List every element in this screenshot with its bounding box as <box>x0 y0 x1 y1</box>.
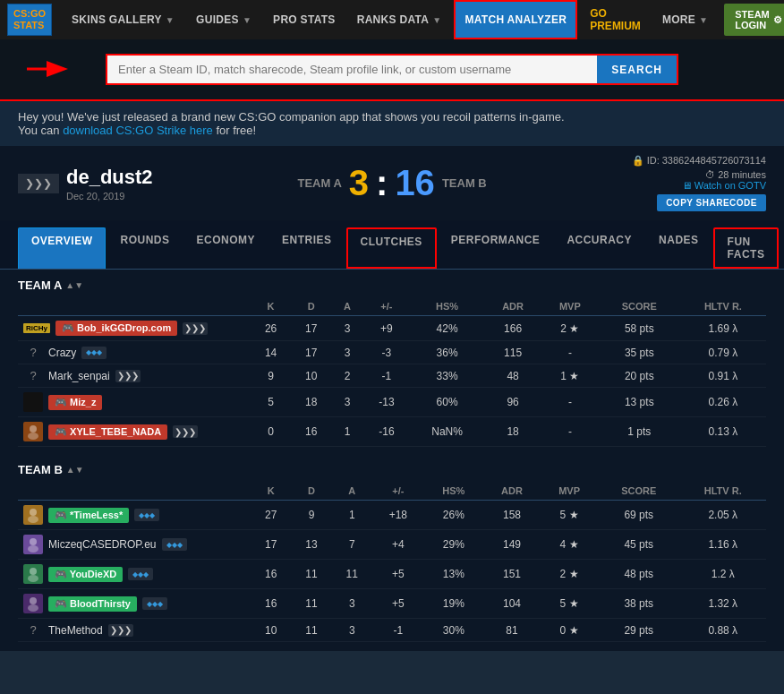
nav-skins-gallery[interactable]: SKINS GALLERY ▼ <box>63 0 183 39</box>
score-b: 16 <box>395 163 435 203</box>
nav-go-premium[interactable]: GO PREMIUM <box>581 0 650 39</box>
arrow-indicator-left <box>18 56 72 82</box>
table-row: 🎮 BloodThirsty ◆◆◆ 16 11 3 +5 19% 104 5 … <box>18 589 766 619</box>
score-a: 3 <box>349 163 369 203</box>
player-name[interactable]: 🎮 *TimeLess* <box>48 508 129 523</box>
nav-match-analyzer[interactable]: MATCH ANALYZER <box>454 0 577 39</box>
player-avatar <box>23 422 43 441</box>
tab-rounds[interactable]: ROUNDS <box>107 227 182 269</box>
richy-badge: RiCHy <box>23 323 50 333</box>
stat-d: 11 <box>291 589 331 619</box>
stat-hs: 13% <box>424 560 483 589</box>
player-name[interactable]: 🎮 BloodThirsty <box>48 596 137 612</box>
promo-link[interactable]: download CS:GO Strike here <box>63 124 213 137</box>
tab-overview[interactable]: OVERVIEW <box>18 227 106 269</box>
match-date: Dec 20, 2019 <box>66 191 153 201</box>
tab-clutches[interactable]: CLUTCHES <box>346 227 437 269</box>
player-name[interactable]: 🎮 Bob_ikGGDrop.com <box>55 321 177 336</box>
player-avatar <box>23 564 43 584</box>
stat-adr: 48 <box>484 364 541 388</box>
player-name[interactable]: 🎮 XYLE_TEBE_NADA <box>48 424 167 440</box>
table-row: RiCHy 🎮 Bob_ikGGDrop.com ❯❯❯ 26 17 3 +9 … <box>18 316 766 341</box>
stat-hs: 60% <box>410 388 484 417</box>
rank-dots-icon: ◆◆◆ <box>128 568 153 580</box>
player-name[interactable]: 🎮 Miz_z <box>48 395 102 410</box>
table-row: ? Crazy ◆◆◆ 14 17 3 -3 36% 115 - 35 pts … <box>18 341 766 364</box>
stat-a: 3 <box>332 619 372 642</box>
col-adr: ADR <box>484 297 541 316</box>
stat-mvp: - <box>541 417 599 447</box>
table-row: ? Mark_senpai ❯❯❯ 9 10 2 -1 33% 48 1 ★ 2… <box>18 364 766 388</box>
nav-pro-stats[interactable]: PRO STATS <box>264 0 345 39</box>
stat-mvp: 4 ★ <box>541 530 598 560</box>
stat-hltv: 2.05 λ <box>679 501 766 530</box>
stat-hs: 33% <box>410 364 484 388</box>
unknown-rank: ? <box>23 346 43 359</box>
chevron-down-icon: ▼ <box>699 15 708 25</box>
rank-dots-icon: ◆◆◆ <box>81 347 107 359</box>
score-separator: : <box>376 163 388 203</box>
rank-dots-icon: ◆◆◆ <box>162 538 187 551</box>
stat-score: 35 pts <box>599 341 680 364</box>
nav-guides[interactable]: GUIDES ▼ <box>187 0 260 39</box>
stat-a: 2 <box>331 364 363 388</box>
player-name[interactable]: Mark_senpai <box>48 370 110 382</box>
col-hs: HS% <box>410 297 484 316</box>
team-b-label: TEAM B <box>442 176 487 190</box>
nav-ranks-data[interactable]: RANKS DATA ▼ <box>348 0 451 39</box>
table-row: ? TheMethod ❯❯❯ 10 11 3 -1 30% 81 0 ★ 29… <box>18 619 766 642</box>
stat-d: 17 <box>291 316 331 341</box>
player-name[interactable]: TheMethod <box>48 624 103 637</box>
stat-k: 16 <box>251 560 291 589</box>
svg-point-5 <box>28 545 38 553</box>
watch-gotv-link[interactable]: 🖥 Watch on GOTV <box>632 180 766 191</box>
stat-mvp: 0 ★ <box>541 619 598 642</box>
player-cell: 🎮 BloodThirsty ◆◆◆ <box>18 589 251 619</box>
table-row: 🎮 YouDieXD ◆◆◆ 16 11 11 +5 13% 151 2 ★ 4… <box>18 560 766 589</box>
stat-hltv: 0.88 λ <box>679 619 766 642</box>
stat-k: 5 <box>251 388 291 417</box>
col-d-b: D <box>291 482 331 501</box>
stat-pm: -13 <box>363 388 410 417</box>
site-logo[interactable]: CS:GO STATS <box>7 4 52 36</box>
stat-adr: 115 <box>484 341 541 364</box>
stat-score: 45 pts <box>598 530 679 560</box>
col-score-b: SCORE <box>598 482 679 501</box>
tab-performance[interactable]: PERFORMANCE <box>439 227 553 269</box>
stat-k: 17 <box>251 530 291 560</box>
player-name[interactable]: Crazy <box>48 347 76 359</box>
stat-hltv: 1.69 λ <box>680 316 766 341</box>
player-cell: RiCHy 🎮 Bob_ikGGDrop.com ❯❯❯ <box>18 316 251 341</box>
rank-arrows-icon: ❯❯❯ <box>173 425 198 438</box>
chevron-down-icon: ▼ <box>432 15 441 25</box>
tab-entries[interactable]: ENTRIES <box>269 227 345 269</box>
stat-hltv: 1.16 λ <box>679 530 766 560</box>
nav-more[interactable]: MORE ▼ <box>653 0 717 39</box>
stat-score: 58 pts <box>599 316 680 341</box>
player-cell: 🎮 YouDieXD ◆◆◆ <box>18 560 251 589</box>
stat-pm: +5 <box>372 589 424 619</box>
stat-d: 13 <box>291 530 331 560</box>
tab-accuracy[interactable]: ACCURACY <box>554 227 644 269</box>
stat-score: 13 pts <box>599 388 680 417</box>
stat-k: 9 <box>251 364 291 388</box>
stat-pm: +5 <box>372 560 424 589</box>
search-area: SEARCH <box>0 39 784 101</box>
steam-login-button[interactable]: STEAM LOGIN ⚙ <box>724 4 784 36</box>
search-button[interactable]: SEARCH <box>597 56 677 83</box>
col-a-b: A <box>332 482 372 501</box>
svg-point-4 <box>30 538 37 545</box>
player-name[interactable]: 🎮 YouDieXD <box>48 567 123 582</box>
tab-nades[interactable]: NADES <box>646 227 712 269</box>
stat-hs: 26% <box>424 501 483 530</box>
tab-economy[interactable]: ECONOMY <box>183 227 268 269</box>
copy-sharecode-button[interactable]: COPY SHARECODE <box>657 194 766 211</box>
tab-fun-facts[interactable]: FUN FACTS <box>713 227 780 269</box>
stat-pm: -3 <box>363 341 410 364</box>
match-score-display: TEAM A 3 : 16 TEAM B <box>297 163 486 203</box>
search-input[interactable] <box>107 56 597 83</box>
player-avatar <box>23 535 43 554</box>
col-k-b: K <box>251 482 291 501</box>
player-name[interactable]: MiczeqCASEDROP.eu <box>48 538 157 551</box>
table-row: 🎮 *TimeLess* ◆◆◆ 27 9 1 +18 26% 158 5 ★ … <box>18 501 766 530</box>
